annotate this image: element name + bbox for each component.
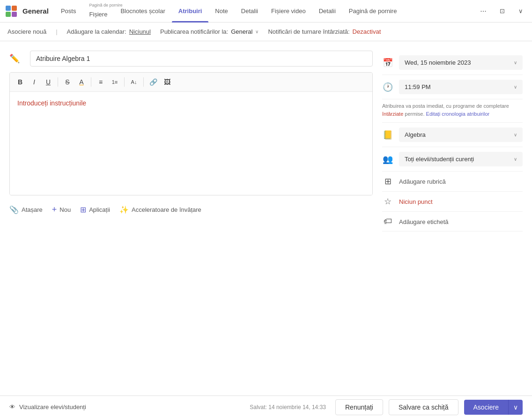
time-value: 11:59 PM <box>405 83 431 90</box>
nav-tab-pagina-pornire[interactable]: Pagină de pornire <box>342 0 404 22</box>
points-value[interactable]: Niciun punct <box>399 196 433 207</box>
tag-row: 🏷 Adăugare etichetă <box>382 212 523 231</box>
team-name: General <box>22 7 49 15</box>
new-button[interactable]: + Nou <box>52 205 71 215</box>
date-row: 📅 Wed, 15 noiembrie 2023 ∨ <box>382 51 523 75</box>
note-highlight: întârziate <box>382 111 403 117</box>
nav-tab-fisiere-video[interactable]: Fișiere video <box>265 0 312 22</box>
students-dropdown[interactable]: Toți elevii/studenții curenți ∨ <box>399 152 523 166</box>
calendar-setting[interactable]: Adăugare la calendar: Niciunul <box>67 28 151 35</box>
instructions-editor[interactable]: Introduceți instrucțiunile <box>10 92 372 195</box>
toolbar-separator-2 <box>91 77 91 87</box>
students-value: Toți elevii/studenții curenți <box>405 156 474 163</box>
insert-link-button[interactable]: 🔗 <box>147 75 160 89</box>
paperclip-icon: 📎 <box>9 205 19 214</box>
star-icon: ☆ <box>382 196 393 207</box>
notifications-chevron-icon: ∨ <box>255 29 259 34</box>
toolbar-separator-1 <box>58 77 58 87</box>
editor-toolbar: B I U S A ≡ 1≡ A↓ 🔗 🖼 <box>10 73 372 92</box>
students-row: 👥 Toți elevii/studenții curenți ∨ <box>382 147 523 172</box>
rubric-row: ⊞ Adăugare rubrică <box>382 172 523 192</box>
bottom-bar: 👁 Vizualizare elevi/studenți Salvat: 14 … <box>0 396 532 418</box>
nav-tab-blocnotes[interactable]: Blocnotes școlar <box>114 0 171 22</box>
time-row: 🕐 11:59 PM ∨ <box>382 75 523 99</box>
date-value: Wed, 15 noiembrie 2023 <box>405 59 471 66</box>
assign-split-button[interactable]: ∨ <box>508 400 523 415</box>
cancel-button[interactable]: Renunțați <box>335 399 383 415</box>
tag-button[interactable]: Adăugare etichetă <box>399 216 449 227</box>
italic-button[interactable]: I <box>28 75 41 89</box>
notifications-label: Publicarea notificărilor la: <box>160 28 228 35</box>
edit-timeline-link[interactable]: Editați cronologia atribuirilor <box>426 111 490 117</box>
nav-tab-atribuiri[interactable]: Atribuiri <box>172 0 209 22</box>
calendar-label: Adăugare la calendar: <box>67 28 126 35</box>
class-row: 📒 Algebra ∨ <box>382 123 523 147</box>
toolbar-separator-4 <box>143 77 144 87</box>
insert-image-button[interactable]: 🖼 <box>161 75 174 89</box>
window-collapse-button[interactable]: ⊡ <box>495 4 510 19</box>
window-expand-button[interactable]: ∨ <box>513 4 528 19</box>
students-chevron-icon: ∨ <box>514 157 517 162</box>
editor-container: B I U S A ≡ 1≡ A↓ 🔗 🖼 Introduceți instru… <box>9 72 373 195</box>
assignment-header: ✏️ <box>9 51 373 67</box>
nav-tab-fisiere[interactable]: Pagină de pornire Fișiere <box>82 0 114 22</box>
date-chevron-icon: ∨ <box>514 60 517 65</box>
delayed-notifications-setting: Notificări de turnare întârziată: Dezact… <box>268 28 381 35</box>
left-panel: ✏️ B I U S A ≡ 1≡ A↓ 🔗 🖼 Intro <box>9 51 373 396</box>
top-navigation: General Posts Pagină de pornire Fișiere … <box>0 0 532 22</box>
nav-tab-detalii2[interactable]: Detalii <box>312 0 342 22</box>
underline-button[interactable]: U <box>42 75 55 89</box>
notifications-value: General <box>231 28 252 35</box>
new-assignment-button[interactable]: Asociere nouă <box>7 28 46 35</box>
class-dropdown[interactable]: Algebra ∨ <box>399 127 523 142</box>
time-dropdown[interactable]: 11:59 PM ∨ <box>399 80 523 94</box>
clock-icon: 🕐 <box>382 82 393 92</box>
nav-tab-detalii[interactable]: Detalii <box>235 0 265 22</box>
points-row: ☆ Niciun punct <box>382 192 523 212</box>
edit-pencil-icon[interactable]: ✏️ <box>9 53 24 64</box>
attach-button[interactable]: 📎 Atașare <box>9 205 43 214</box>
bullet-list-button[interactable]: ≡ <box>94 75 107 89</box>
new-assignment-label: Asociere nouă <box>7 28 46 35</box>
accelerators-label: Acceleratoare de învățare <box>132 206 201 213</box>
rubric-grid-icon: ⊞ <box>382 176 393 187</box>
more-options-button[interactable]: ··· <box>476 4 491 19</box>
people-icon: 👥 <box>382 154 393 164</box>
schedule-note: Atribuirea va posta imediat, cu programe… <box>382 99 523 123</box>
notifications-setting[interactable]: Publicarea notificărilor la: General ∨ <box>160 28 259 35</box>
attachments-bar: 📎 Atașare + Nou ⊞ Aplicații ✨ Accelerato… <box>9 201 373 218</box>
plus-icon: + <box>52 205 57 215</box>
nav-tab-posts[interactable]: Posts <box>54 0 83 22</box>
new-label: Nou <box>59 206 71 213</box>
highlight-button[interactable]: A <box>75 75 88 89</box>
strikethrough-button[interactable]: S <box>61 75 74 89</box>
app-icon <box>4 4 19 19</box>
tag-icon: 🏷 <box>382 216 393 226</box>
right-panel: 📅 Wed, 15 noiembrie 2023 ∨ 🕐 11:59 PM ∨ … <box>382 51 523 396</box>
assignment-title-input[interactable] <box>30 51 373 67</box>
eye-icon: 👁 <box>9 403 15 411</box>
class-chevron-icon: ∨ <box>514 132 517 137</box>
accelerators-button[interactable]: ✨ Acceleratoare de învățare <box>119 205 201 214</box>
date-dropdown[interactable]: Wed, 15 noiembrie 2023 ∨ <box>399 55 523 70</box>
calendar-value: Niciunul <box>129 28 151 35</box>
save-draft-button[interactable]: Salvare ca schiță <box>389 399 458 415</box>
student-preview-button[interactable]: 👁 Vizualizare elevi/studenți <box>9 403 86 411</box>
numbered-list-button[interactable]: 1≡ <box>108 75 121 89</box>
format-more-button[interactable]: A↓ <box>127 75 140 89</box>
apps-button[interactable]: ⊞ Aplicații <box>80 205 110 214</box>
preview-label: Vizualizare elevi/studenți <box>19 403 86 411</box>
time-chevron-icon: ∨ <box>514 84 517 90</box>
nav-icons: ··· ⊡ ∨ <box>476 4 528 19</box>
accelerators-icon: ✨ <box>119 205 129 214</box>
nav-tab-note[interactable]: Note <box>208 0 234 22</box>
assignment-toolbar-strip: Asociere nouă | Adăugare la calendar: Ni… <box>0 22 532 41</box>
attach-label: Atașare <box>22 206 43 213</box>
book-icon: 📒 <box>382 130 393 140</box>
delayed-value: Dezactivat <box>353 28 381 35</box>
rubric-button[interactable]: Adăugare rubrică <box>399 176 446 187</box>
apps-icon: ⊞ <box>80 205 86 214</box>
assign-button[interactable]: Asociere <box>464 400 508 415</box>
apps-label: Aplicații <box>89 206 110 213</box>
bold-button[interactable]: B <box>14 75 27 89</box>
